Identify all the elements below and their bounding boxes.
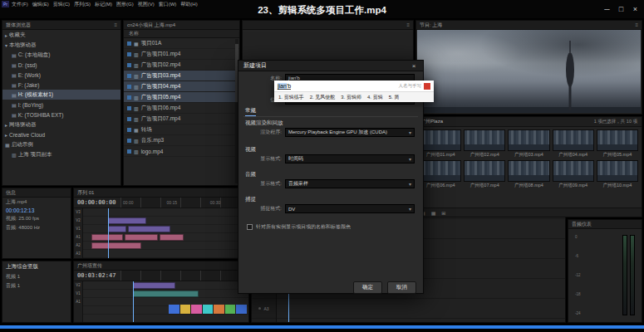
bin-item[interactable]: 广州塔10.mp4 (597, 160, 638, 188)
new-bin-icon[interactable]: ⊞ (441, 210, 445, 216)
program-monitor-tab[interactable]: 节目: 上海 ≡ (416, 21, 642, 30)
tree-item[interactable]: ▤ H: (模板素材1) (2, 90, 120, 100)
audio-meters-tab[interactable]: 音频仪表 (568, 220, 642, 229)
cancel-button[interactable]: 取消 (387, 281, 416, 294)
timeline-clip[interactable] (108, 226, 126, 232)
minimize-button[interactable]: ─ (600, 5, 614, 13)
bin-item[interactable]: 广州塔06.mp4 (420, 160, 461, 188)
timeline-a-lanes[interactable] (83, 208, 248, 258)
ime-candidate[interactable]: 3. 剪辑师 (341, 94, 361, 101)
file-row[interactable]: ▥ 广告项目03.mp4 (124, 71, 239, 81)
timeline-clip[interactable] (91, 242, 141, 249)
file-row[interactable]: ▥ 广告项目07.mp4 (124, 114, 239, 124)
track-label[interactable]: A1 (74, 298, 82, 306)
panel-menu-icon[interactable]: ≡ (114, 22, 117, 27)
file-row[interactable]: ▥ 广告项目06.mp4 (124, 103, 239, 114)
clip-thumbnail-strip[interactable] (169, 305, 247, 314)
timeline-clip[interactable] (160, 234, 184, 241)
media-browser-tab[interactable]: 媒体浏览器 ≡ (2, 21, 120, 30)
panel-menu-icon[interactable]: ≡ (406, 22, 410, 27)
timeline-clip[interactable] (133, 282, 176, 289)
menu-item[interactable]: 视图(V) (138, 1, 155, 8)
timeline-b-timecode[interactable]: 00:03:02:47 (74, 271, 120, 281)
video-format-dropdown[interactable]: 时间码 (285, 154, 415, 164)
menu-item[interactable]: 标记(M) (95, 1, 112, 8)
track-toggle-icon[interactable] (258, 307, 261, 310)
ok-button[interactable]: 确定 (353, 281, 382, 294)
timeline-b-lanes[interactable] (83, 281, 248, 322)
menu-item[interactable]: 剪辑(C) (53, 1, 70, 8)
tab-general[interactable]: 常规 (245, 107, 256, 116)
maximize-button[interactable]: □ (614, 5, 628, 13)
file-row[interactable]: ▥ 音乐.mp3 (124, 135, 239, 146)
file-row[interactable]: ▦ 项目01A (124, 38, 239, 49)
tree-item[interactable]: ▦ 启动示例 (2, 139, 120, 149)
dialog-close-icon[interactable]: × (410, 62, 418, 70)
track-label[interactable]: V1 (74, 225, 82, 233)
file-row[interactable]: ▥ 广告项目04.mp4 (124, 81, 239, 92)
tree-item[interactable]: ▥ 上海 项目副本 (2, 149, 120, 159)
panel-menu-icon[interactable]: ≡ (635, 22, 638, 27)
tree-item[interactable]: ▸ 网络驱动器 (2, 120, 120, 129)
menu-item[interactable]: 编辑(E) (32, 1, 49, 8)
tree-item[interactable]: ▸ 收藏夹 (2, 30, 120, 40)
bin-item[interactable]: 广州塔04.mp4 (553, 129, 594, 158)
bin-item[interactable]: 广州塔05.mp4 (597, 129, 638, 158)
menu-item[interactable]: 文件(F) (12, 1, 28, 8)
info-panel-tab[interactable]: 信息 (2, 188, 71, 198)
timeline-clip[interactable] (133, 290, 199, 297)
checkbox[interactable] (247, 224, 253, 230)
secondary-panel-tab[interactable]: ≡ (243, 21, 413, 30)
track-label[interactable]: A1 (74, 233, 82, 242)
menu-item[interactable]: 序列(S) (74, 1, 91, 8)
track-label[interactable]: A3 (74, 250, 82, 258)
bin-item[interactable]: 广州塔09.mp4 (553, 160, 594, 188)
close-button[interactable]: × (628, 5, 642, 13)
timeline-clip[interactable] (125, 234, 158, 241)
track-label[interactable]: V2 (74, 281, 82, 290)
bin-item[interactable]: 广州塔08.mp4 (508, 160, 549, 188)
ime-candidate[interactable]: 1. 剪辑练手 (278, 94, 304, 101)
menu-item[interactable]: 帮助(H) (180, 1, 197, 8)
playhead[interactable] (108, 208, 109, 258)
tree-item[interactable]: ▤ F: (Jake) (2, 80, 120, 90)
track-label[interactable]: V2 (74, 217, 82, 225)
file-row[interactable]: ▥ 广告项目02.mp4 (124, 60, 239, 71)
ime-candidate[interactable]: 4. 剪辑 (367, 94, 383, 101)
timeline-clip[interactable] (91, 234, 123, 241)
tree-item[interactable]: ▤ E: (Work) (2, 70, 120, 80)
track-label[interactable]: V3 (74, 208, 82, 217)
track-header[interactable]: A3 (252, 299, 276, 319)
tree-item[interactable]: ▤ D: (ssd) (2, 60, 120, 70)
timeline-a-tab[interactable]: 序列 01 (74, 188, 248, 198)
timeline-a-ruler[interactable]: 00:00 00:15 00:30 (120, 198, 248, 208)
timeline-b-tab[interactable]: 广州塔宣传 (74, 261, 248, 271)
timeline-clip[interactable] (108, 217, 146, 224)
timeline-clip[interactable] (128, 226, 171, 232)
column-header-name[interactable]: 名称 (124, 30, 239, 38)
tree-item[interactable]: ▾ 本地驱动器 (2, 40, 120, 50)
menu-item[interactable]: 图形(G) (116, 1, 134, 8)
bin-title[interactable]: 广州Plaza (420, 118, 443, 125)
track-label[interactable]: A2 (74, 242, 82, 250)
timeline-a-timecode[interactable]: 00:00:00:00 (74, 198, 120, 208)
tree-item[interactable]: ▸ Creative Cloud (2, 129, 120, 139)
file-row[interactable]: ▦ 转场 (124, 124, 239, 135)
audio-format-dropdown[interactable]: 音频采样 (285, 179, 415, 188)
track-label[interactable]: V1 (74, 290, 82, 298)
renderer-dropdown[interactable]: Mercury Playback Engine GPU 加速 (CUDA) (285, 128, 415, 137)
ime-candidate[interactable]: 5. 简 (389, 94, 400, 101)
project-panel-tab[interactable]: cn24小项目 上海.mp4 (124, 21, 239, 30)
timeline-b-ruler[interactable] (120, 271, 248, 281)
bin-item[interactable]: 广州塔07.mp4 (464, 160, 505, 188)
video-progress-bar[interactable] (0, 325, 644, 329)
tree-item[interactable]: ▤ I: (BoYing) (2, 100, 120, 110)
bin-item[interactable]: 广州塔01.mp4 (420, 129, 461, 158)
file-row[interactable]: ▥ 广告项目01.mp4 (124, 49, 239, 60)
file-row[interactable]: ▥ logo.mp4 (124, 146, 239, 157)
tree-item[interactable]: ▤ C: (本地磁盘) (2, 50, 120, 60)
thumbnail-view-icon[interactable]: ▦ (431, 210, 436, 216)
file-row[interactable]: ▥ 广告项目05.mp4 (124, 92, 239, 103)
tree-item[interactable]: ▤ K: (TOSHIBA EXT) (2, 110, 120, 120)
playhead[interactable] (133, 281, 134, 322)
